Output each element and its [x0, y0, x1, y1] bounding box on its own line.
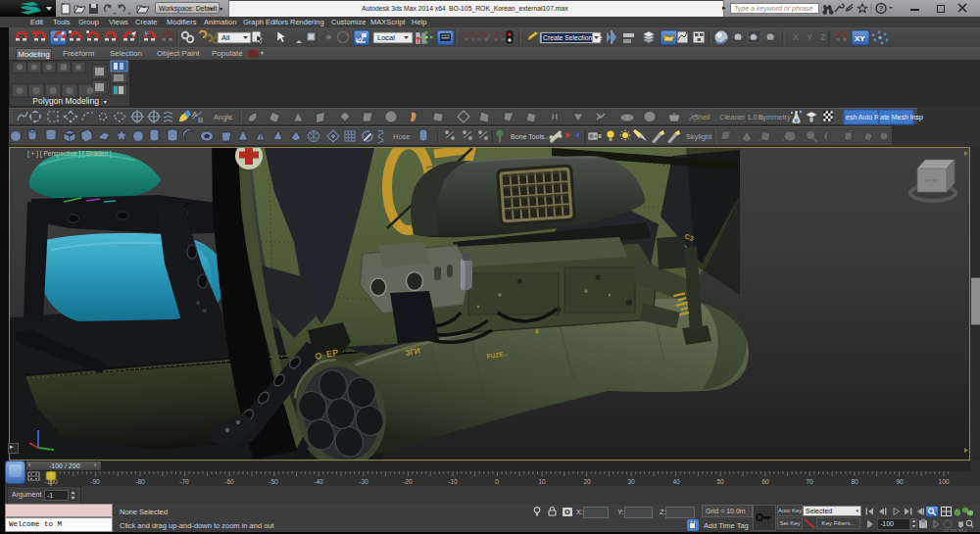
svg-text:-10: -10	[448, 478, 458, 485]
svg-text:90: 90	[896, 478, 904, 485]
svg-text:-60: -60	[224, 478, 234, 485]
svg-text:-30: -30	[359, 478, 368, 485]
svg-text:Z: Z	[820, 32, 826, 42]
svg-text:100: 100	[939, 478, 950, 485]
svg-text:?: ?	[879, 4, 884, 13]
svg-text:XY: XY	[855, 34, 865, 43]
svg-text:80: 80	[851, 478, 858, 485]
svg-text:Shell: Shell	[694, 113, 710, 121]
svg-text:60: 60	[761, 478, 769, 485]
svg-text:-70: -70	[179, 478, 189, 485]
svg-text:Skylight: Skylight	[686, 132, 712, 141]
svg-text:Local: Local	[377, 33, 395, 42]
svg-text:FRONT: FRONT	[925, 178, 939, 183]
svg-text:70: 70	[806, 478, 813, 485]
svg-text:Bone Tools....: Bone Tools....	[511, 133, 552, 140]
svg-text:Angle: Angle	[214, 113, 232, 121]
svg-text:All: All	[221, 33, 230, 42]
svg-text:B: B	[198, 116, 203, 124]
svg-text:Create Selection Se: Create Selection Se	[543, 34, 603, 41]
svg-text:-50: -50	[269, 478, 278, 485]
svg-text:10: 10	[538, 478, 546, 485]
svg-text:-20: -20	[403, 478, 413, 485]
svg-text:Y: Y	[807, 32, 812, 42]
svg-text:50: 50	[716, 478, 724, 485]
svg-text:Symmetry: Symmetry	[758, 113, 791, 121]
svg-text:30: 30	[627, 478, 635, 485]
svg-text:X: X	[793, 32, 799, 42]
svg-text:20: 20	[583, 478, 591, 485]
svg-text:-40: -40	[314, 478, 323, 485]
svg-text:40: 40	[672, 478, 680, 485]
svg-text:-90: -90	[90, 478, 100, 485]
svg-text:Hose: Hose	[393, 132, 411, 141]
svg-text:-80: -80	[135, 478, 145, 485]
svg-text:ate Mesh Insp: ate Mesh Insp	[880, 114, 923, 121]
svg-text:0: 0	[495, 478, 499, 485]
